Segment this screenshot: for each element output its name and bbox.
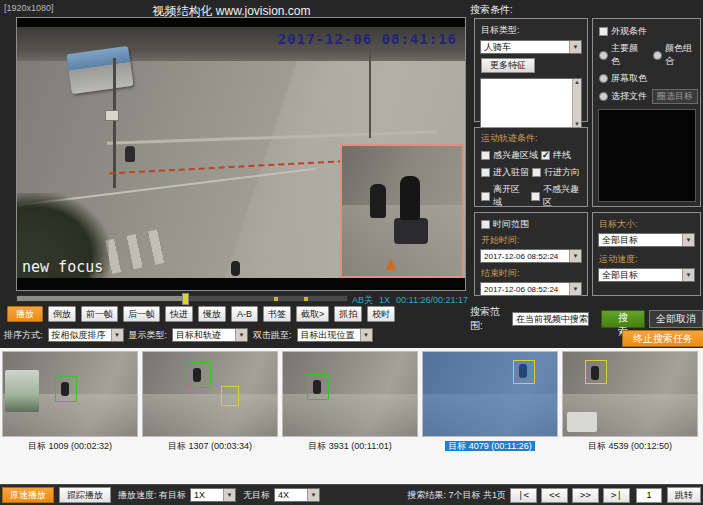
bookmark-button[interactable]: 书签: [263, 306, 291, 322]
detection-box: [307, 374, 329, 400]
more-features-button[interactable]: 更多特征: [481, 58, 535, 73]
next-page-button[interactable]: >>: [572, 488, 599, 503]
bookmark-marker[interactable]: [304, 297, 308, 301]
play-speed-label: 播放速度: 有目标: [118, 489, 186, 502]
video-player[interactable]: 2017-12-06 08:41:16 new focus: [16, 17, 466, 291]
ab-status: AB关: [352, 295, 373, 305]
pick-target-button[interactable]: 圈选目标: [652, 89, 698, 104]
search-scope-select[interactable]: 在当前视频中搜索 ▼: [512, 312, 589, 326]
thumbnail-image[interactable]: [282, 351, 418, 437]
thumbnail-label: 目标 3931 (00:11:01): [282, 440, 418, 453]
target-type-select[interactable]: 人骑车 ▼: [480, 40, 582, 54]
target-type-label: 目标类型:: [481, 24, 587, 37]
slow-play-button[interactable]: 慢放: [198, 306, 226, 322]
thumbnail-image[interactable]: [422, 351, 558, 437]
display-type-value: 目标和轨迹: [176, 329, 221, 342]
capture-button[interactable]: 截取>: [296, 306, 329, 322]
leave-area-checkbox[interactable]: [481, 192, 490, 201]
scene-trees: [16, 193, 109, 291]
feature-listbox[interactable]: ▲▼: [480, 78, 582, 128]
search-scope-row: 搜索范围: 在当前视频中搜索 ▼ 搜索 全部取消: [470, 305, 703, 333]
no-target-speed-select[interactable]: 4X ▼: [274, 488, 320, 502]
chevron-down-icon: ▼: [569, 283, 581, 295]
cancel-all-button[interactable]: 全部取消: [649, 310, 703, 328]
scroll-up-icon[interactable]: ▲: [574, 79, 580, 85]
result-thumbnail[interactable]: 目标 1307 (00:03:34): [142, 351, 278, 453]
jump-button[interactable]: 跳转: [667, 487, 701, 503]
time-sync-button[interactable]: 校时: [367, 306, 395, 322]
select-file-radio[interactable]: [599, 92, 608, 101]
screen-pick-label: 屏幕取色: [611, 72, 647, 85]
enter-stay-checkbox[interactable]: [481, 168, 490, 177]
thumbnail-image[interactable]: [2, 351, 138, 437]
next-frame-button[interactable]: 后一帧: [123, 306, 160, 322]
display-type-label: 显示类型:: [129, 329, 168, 342]
result-thumbnail[interactable]: 目标 1009 (00:02:32): [2, 351, 138, 453]
sort-mode-value: 按相似度排序: [52, 329, 106, 342]
tripwire-checkbox[interactable]: [541, 151, 550, 160]
main-color-radio[interactable]: [599, 51, 608, 60]
bottom-control-bar: 原速播放 跟踪播放 播放速度: 有目标 1X ▼ 无目标 4X ▼ 搜索结果: …: [0, 484, 703, 505]
target-speed-select[interactable]: 1X ▼: [190, 488, 236, 502]
scene-pole: [113, 58, 116, 188]
thumb-road: [143, 394, 277, 436]
time-display: 00:11:26/00:21:17: [396, 295, 468, 305]
end-time-label: 结束时间:: [481, 267, 587, 280]
direction-label: 行进方向: [544, 166, 580, 179]
prev-frame-button[interactable]: 前一帧: [81, 306, 118, 322]
thumbnail-image[interactable]: [562, 351, 698, 437]
prev-page-button[interactable]: <<: [541, 488, 568, 503]
non-roi-checkbox[interactable]: [531, 192, 540, 201]
fast-forward-button[interactable]: 快进: [165, 306, 193, 322]
chevron-down-icon: ▼: [360, 329, 372, 341]
original-speed-play-button[interactable]: 原速播放: [2, 487, 54, 503]
appearance-checkbox[interactable]: [599, 27, 608, 36]
track-play-button[interactable]: 跟踪播放: [59, 487, 111, 503]
snapshot-button[interactable]: 抓拍: [334, 306, 362, 322]
chevron-down-icon: ▼: [569, 41, 581, 53]
display-type-select[interactable]: 目标和轨迹 ▼: [172, 328, 248, 342]
result-thumbnail[interactable]: 目标 3931 (00:11:01): [282, 351, 418, 453]
play-button[interactable]: 播放: [7, 306, 43, 322]
page-number-input[interactable]: [636, 488, 662, 503]
first-page-button[interactable]: |<: [510, 488, 537, 503]
seek-handle[interactable]: [182, 293, 189, 305]
target-size-select[interactable]: 全部目标 ▼: [598, 233, 695, 247]
dblclick-jump-value: 目标出现位置: [301, 329, 355, 342]
roi-checkbox[interactable]: [481, 151, 490, 160]
time-range-checkbox[interactable]: [481, 220, 490, 229]
detection-box: [585, 360, 607, 384]
ab-loop-button[interactable]: A-B: [231, 306, 258, 322]
screen-pick-radio[interactable]: [599, 74, 608, 83]
appearance-group: 外观条件 主要颜色 颜色组合 屏幕取色 选择文件 圈选目标: [592, 18, 701, 207]
listbox-scrollbar[interactable]: ▲▼: [572, 79, 581, 127]
thumbnail-image[interactable]: [142, 351, 278, 437]
direction-checkbox[interactable]: [532, 168, 541, 177]
bookmark-marker[interactable]: [274, 297, 278, 301]
end-time-select[interactable]: 2017-12-06 08:52:24 ▼: [480, 282, 582, 296]
motion-speed-select[interactable]: 全部目标 ▼: [598, 268, 695, 282]
result-thumbnail[interactable]: 目标 4539 (00:12:50): [562, 351, 698, 453]
search-button[interactable]: 搜索: [601, 310, 645, 328]
sort-mode-select[interactable]: 按相似度排序 ▼: [48, 328, 124, 342]
start-time-select[interactable]: 2017-12-06 08:52:24 ▼: [480, 249, 582, 263]
stop-search-button[interactable]: 终止搜索任务: [622, 330, 703, 347]
scene-pole: [369, 48, 371, 138]
target-size-group: 目标大小: 全部目标 ▼ 运动速度: 全部目标 ▼: [592, 212, 701, 296]
pip-rider: [400, 176, 420, 220]
select-file-label: 选择文件: [611, 90, 647, 103]
last-page-button[interactable]: >|: [603, 488, 630, 503]
target-size-label: 目标大小:: [599, 218, 700, 231]
chevron-down-icon: ▼: [223, 489, 235, 501]
dblclick-jump-label: 双击跳至:: [253, 329, 292, 342]
result-thumbnail-selected[interactable]: 目标 4079 (00:11:26): [422, 351, 558, 453]
pip-rider: [370, 184, 386, 218]
color-combo-radio[interactable]: [653, 51, 662, 60]
reverse-play-button[interactable]: 倒放: [48, 306, 76, 322]
search-scope-value: 在当前视频中搜索: [516, 313, 588, 326]
pip-zoom-window[interactable]: [340, 144, 464, 278]
seek-bar[interactable]: [16, 295, 348, 302]
detection-box: [55, 376, 77, 402]
dblclick-jump-select[interactable]: 目标出现位置 ▼: [297, 328, 373, 342]
chevron-down-icon: ▼: [682, 269, 694, 281]
